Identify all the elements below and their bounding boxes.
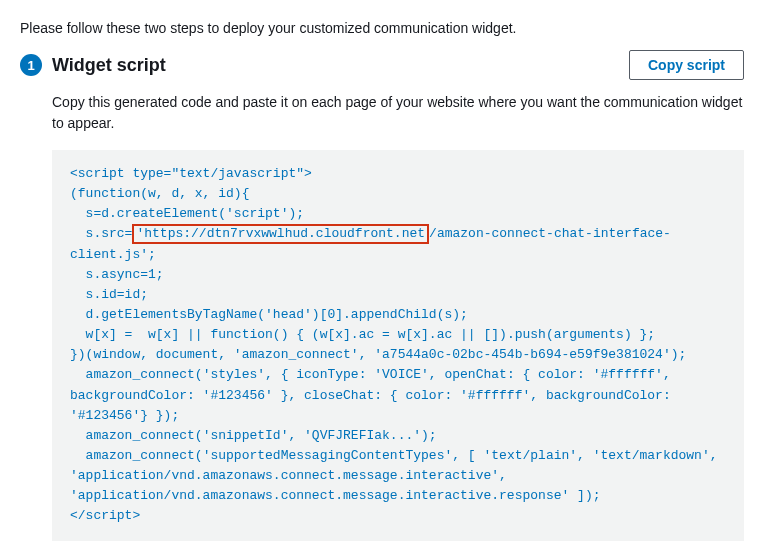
highlighted-url: 'https://dtn7rvxwwlhud.cloudfront.net (132, 224, 429, 244)
code-line: d.getElementsByTagName('head')[0].append… (70, 307, 468, 322)
step-title: Widget script (52, 55, 166, 76)
code-line: </script> (70, 508, 140, 523)
code-line: <script type="text/javascript"> (70, 166, 312, 181)
code-block: <script type="text/javascript"> (functio… (52, 150, 744, 541)
code-line: })(window, document, 'amazon_connect', '… (70, 347, 686, 362)
step-header: 1 Widget script Copy script (20, 50, 744, 80)
step-description: Copy this generated code and paste it on… (52, 92, 744, 134)
code-line: (function(w, d, x, id){ (70, 186, 249, 201)
step-body: Copy this generated code and paste it on… (20, 92, 744, 541)
code-line: s.id=id; (70, 287, 148, 302)
code-line: amazon_connect('supportedMessagingConten… (70, 448, 725, 503)
copy-script-button[interactable]: Copy script (629, 50, 744, 80)
code-line: s.async=1; (70, 267, 164, 282)
code-line: s=d.createElement('script'); (70, 206, 304, 221)
step-number-badge: 1 (20, 54, 42, 76)
code-line: w[x] = w[x] || function() { (w[x].ac = w… (70, 327, 655, 342)
code-line: amazon_connect('snippetId', 'QVFJREFIak.… (70, 428, 437, 443)
code-line: amazon_connect('styles', { iconType: 'VO… (70, 367, 679, 422)
intro-text: Please follow these two steps to deploy … (20, 20, 744, 36)
code-line: s.src= (70, 226, 132, 241)
step-header-left: 1 Widget script (20, 54, 166, 76)
